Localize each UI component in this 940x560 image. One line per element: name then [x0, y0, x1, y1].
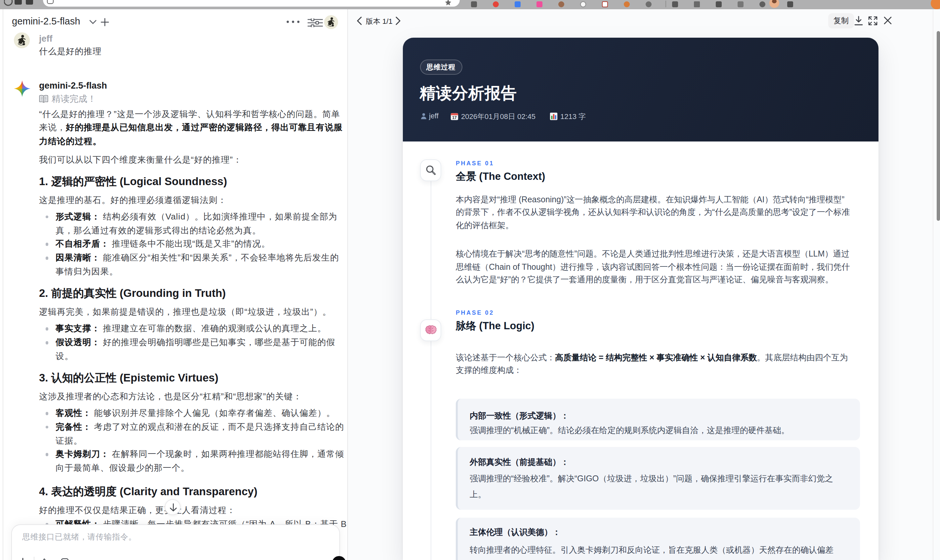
svg-text:17: 17: [452, 115, 457, 120]
